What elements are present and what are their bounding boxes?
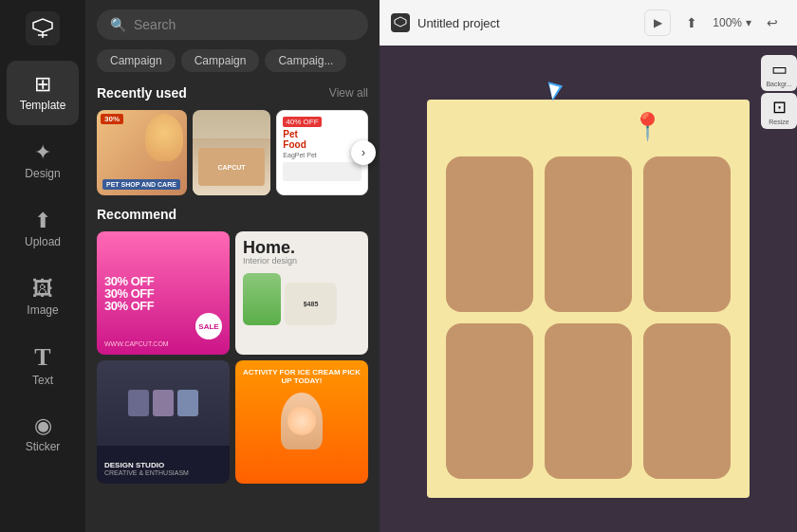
grid-cell-2	[545, 156, 632, 312]
home-sub: Interior design	[243, 256, 297, 266]
sale-badge-circle: SALE	[195, 313, 222, 339]
sidebar: ⊞ Template ✦ Design ⬆ Upload 🖼 Image T T…	[0, 0, 85, 532]
petshop-label: PET SHOP AND CARE	[102, 179, 180, 190]
canvas-header: Untitled project ▶ ⬆ 100% ▾ ↩	[380, 0, 797, 46]
template-thumb-capcut[interactable]: CAPCUT	[193, 110, 271, 195]
canvas-tools: ▭ Backgr... ⊡ Resize	[761, 55, 797, 129]
canvas-title-area: Untitled project	[391, 13, 500, 32]
studio-title: DESIGN STUDIO	[104, 461, 164, 469]
view-all-button[interactable]: View all	[329, 86, 368, 100]
canvas-tool-background[interactable]: ▭ Backgr...	[761, 55, 797, 91]
grid-cell-4	[446, 323, 533, 479]
off-badge: 30%	[101, 114, 123, 124]
filter-tabs: Campaign Campaign Campaig...	[85, 49, 380, 82]
canvas-app-logo	[391, 13, 410, 32]
image-icon: 🖼	[32, 279, 53, 300]
sidebar-item-sticker[interactable]: ◉ Sticker	[7, 402, 79, 467]
text-icon: T	[34, 345, 50, 370]
search-icon: 🔍	[110, 17, 126, 32]
background-label: Backgr...	[766, 81, 791, 87]
template-icon: ⊞	[34, 74, 51, 95]
grid-cell-3	[643, 156, 731, 312]
canvas-header-right: ▶ ⬆ 100% ▾ ↩	[644, 9, 786, 36]
sidebar-item-upload[interactable]: ⬆ Upload	[7, 197, 79, 262]
studio-bg	[97, 360, 230, 446]
grid-cell-5	[545, 323, 632, 479]
recently-used-title: Recently used	[97, 85, 187, 101]
sale-line-3: 30% OFF	[104, 300, 154, 312]
svg-rect-0	[26, 11, 60, 46]
recently-used-row: 30% PET SHOP AND CARE CAPCUT 40% OFF Pet…	[97, 110, 368, 195]
canvas-workspace: 📍	[427, 100, 750, 498]
undo-button[interactable]: ↩	[759, 9, 786, 36]
recommend-grid: 30% OFF 30% OFF 30% OFF WWW.CAPCUT.COM S…	[97, 231, 368, 484]
pin-marker: 📍	[631, 111, 664, 142]
filter-tab-campaign-3[interactable]: Campaig...	[265, 49, 346, 72]
filter-tab-campaign-2[interactable]: Campaign	[181, 49, 260, 72]
app-logo	[24, 9, 62, 47]
sale-line-1: 30% OFF	[104, 275, 154, 287]
sidebar-item-design[interactable]: ✦ Design	[7, 129, 79, 193]
recommend-thumb-sale[interactable]: 30% OFF 30% OFF 30% OFF WWW.CAPCUT.COM S…	[97, 231, 230, 355]
canvas-content: 📍	[380, 46, 797, 532]
capcut-label: CAPCUT	[198, 148, 265, 186]
sidebar-item-text[interactable]: T Text	[7, 334, 79, 398]
recommend-thumb-icecream[interactable]: ACTIVITY FOR ICE CREAM PICK UP TODAY!	[235, 360, 368, 484]
sidebar-item-template[interactable]: ⊞ Template	[7, 61, 79, 125]
zoom-value: 100%	[713, 16, 742, 29]
sidebar-item-label-template: Template	[20, 99, 66, 112]
sidebar-item-image[interactable]: 🖼 Image	[7, 266, 79, 330]
studio-sub: CREATIVE & ENTHUSIASM	[104, 469, 189, 476]
search-input[interactable]: Search	[134, 17, 176, 32]
sidebar-item-label-text: Text	[32, 374, 53, 387]
petfood-sub: EagPet Pet	[283, 152, 316, 158]
recently-used-header: Recently used View all	[97, 85, 368, 101]
filter-tab-campaign-1[interactable]: Campaign	[97, 49, 176, 72]
zoom-control[interactable]: 100% ▾	[713, 16, 751, 29]
next-button[interactable]: ›	[351, 140, 376, 165]
recommend-thumb-home[interactable]: Home. Interior design $485	[235, 231, 368, 355]
icecream-title: ACTIVITY FOR ICE CREAM PICK UP TODAY!	[243, 368, 361, 385]
home-price: $485	[304, 301, 319, 307]
cat-image	[145, 114, 183, 161]
template-panel: 🔍 Search Campaign Campaign Campaig... Re…	[85, 0, 380, 532]
grid-cell-6	[643, 323, 731, 479]
grid-cell-1	[446, 156, 533, 312]
home-title: Home.	[243, 239, 295, 256]
sidebar-item-label-upload: Upload	[25, 235, 61, 248]
design-icon: ✦	[34, 142, 51, 163]
sale-website: WWW.CAPCUT.COM	[104, 340, 169, 347]
recommend-title: Recommend	[97, 207, 368, 222]
canvas-project-title: Untitled project	[417, 16, 500, 30]
sale-line-2: 30% OFF	[104, 287, 154, 300]
sidebar-item-label-image: Image	[27, 303, 58, 317]
svg-rect-1	[391, 13, 410, 32]
resize-icon: ⊡	[772, 97, 787, 118]
share-button[interactable]: ⬆	[678, 9, 705, 36]
sidebar-item-label-sticker: Sticker	[26, 440, 61, 453]
background-icon: ▭	[771, 59, 788, 80]
zoom-chevron: ▾	[746, 16, 751, 29]
petfood-title: PetFood	[283, 129, 306, 150]
upload-icon: ⬆	[34, 211, 51, 231]
template-thumb-petshop[interactable]: 30% PET SHOP AND CARE	[97, 110, 187, 195]
search-bar[interactable]: 🔍 Search	[97, 9, 368, 40]
workspace-grid	[427, 100, 750, 498]
canvas-tool-resize[interactable]: ⊡ Resize	[761, 93, 797, 129]
sticker-icon: ◉	[34, 415, 52, 436]
play-button[interactable]: ▶	[644, 9, 671, 36]
canvas-area: Untitled project ▶ ⬆ 100% ▾ ↩ ▭ Backgr..…	[380, 0, 797, 532]
recommend-thumb-studio[interactable]: DESIGN STUDIO CREATIVE & ENTHUSIASM	[97, 360, 230, 484]
panel-scroll: Recently used View all 30% PET SHOP AND …	[85, 82, 380, 532]
petfood-off-badge: 40% OFF	[283, 117, 321, 127]
sidebar-item-label-design: Design	[25, 167, 60, 180]
resize-label: Resize	[769, 119, 788, 125]
